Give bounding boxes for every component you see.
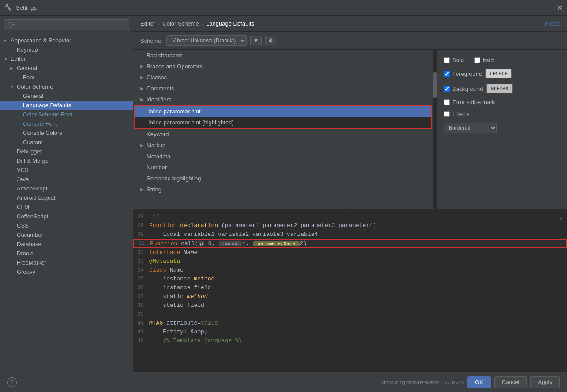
sidebar-item-css[interactable]: CSS xyxy=(0,221,133,230)
sidebar-item-label: Language Defaults xyxy=(23,102,71,108)
error-stripe-checkbox[interactable] xyxy=(444,99,450,105)
sidebar-item-keymap[interactable]: Keymap xyxy=(0,45,133,54)
apply-button[interactable]: Apply xyxy=(530,376,560,388)
background-checkbox-label[interactable]: Background xyxy=(444,86,483,92)
content-area: Editor › Color Scheme › Language Default… xyxy=(133,16,567,372)
sidebar-item-groovy[interactable]: Groovy xyxy=(0,267,133,276)
color-item-comments[interactable]: ▶ Comments xyxy=(133,83,433,94)
sidebar-item-label: Diff & Merge xyxy=(17,157,49,164)
code-line: 35 instance method xyxy=(133,275,567,284)
foreground-checkbox-label[interactable]: Foreground xyxy=(444,71,482,77)
expand-arrow: ▶ xyxy=(4,38,10,43)
foreground-color-box[interactable]: CECECE xyxy=(485,69,512,78)
ok-button[interactable]: OK xyxy=(467,376,491,388)
sidebar-item-console-colors[interactable]: Console Colors xyxy=(0,128,133,138)
sidebar-item-label: Database xyxy=(17,241,41,247)
line-number: 37 xyxy=(133,294,147,300)
sidebar-item-general[interactable]: ▶ General xyxy=(0,63,133,73)
italic-checkbox[interactable] xyxy=(474,57,480,63)
bold-checkbox[interactable] xyxy=(444,57,450,63)
color-item-metadata[interactable]: Metadata xyxy=(133,151,433,162)
sidebar-item-editor[interactable]: ▼ Editor xyxy=(0,54,133,63)
sidebar-item-diff-merge[interactable]: Diff & Merge xyxy=(0,156,133,165)
effects-checkbox-label[interactable]: Effects xyxy=(444,111,470,117)
breadcrumb-editor[interactable]: Editor xyxy=(140,20,155,27)
sidebar-item-color-scheme-font[interactable]: Color Scheme Font xyxy=(0,110,133,119)
sidebar-item-cucumber[interactable]: Cucumber xyxy=(0,230,133,239)
sidebar-item-vcs[interactable]: VCS xyxy=(0,165,133,175)
expand-icon: ▶ xyxy=(140,64,146,69)
close-button[interactable]: ✕ xyxy=(557,4,563,12)
sidebar-item-label: ActionScript xyxy=(17,185,47,192)
cancel-button[interactable]: Cancel xyxy=(494,376,527,388)
effects-checkbox[interactable] xyxy=(444,111,450,117)
scheme-select[interactable]: Vibrant Unknown (Dracula) Default Darcul… xyxy=(166,35,247,46)
color-item-identifiers[interactable]: ▶ Identifiers xyxy=(133,94,433,105)
color-item-classes[interactable]: ▶ Classes xyxy=(133,72,433,83)
footer-link[interactable]: https://blog.csdn.net/weixin_42089228 xyxy=(381,380,464,385)
color-item-bad-char[interactable]: Bad character xyxy=(133,50,433,61)
color-item-inline-hint-hi[interactable]: Inline parameter hint (highlighted) xyxy=(135,117,431,128)
color-item-label: Markup xyxy=(146,142,165,149)
color-item-label: Inline parameter hint xyxy=(148,108,201,115)
color-item-inline-hint[interactable]: Inline parameter hint xyxy=(135,106,431,117)
foreground-checkbox[interactable] xyxy=(444,71,450,77)
sidebar-item-drools[interactable]: Drools xyxy=(0,249,133,258)
sidebar-item-console-font[interactable]: Console Font xyxy=(0,119,133,128)
sidebar-item-appearance[interactable]: ▶ Appearance & Behavior xyxy=(0,36,133,45)
error-stripe-row: Error stripe mark xyxy=(444,99,560,105)
color-item-label: Number xyxy=(146,164,167,171)
sidebar-item-font[interactable]: Font xyxy=(0,73,133,82)
error-stripe-checkbox-label[interactable]: Error stripe mark xyxy=(444,99,495,105)
background-checkbox[interactable] xyxy=(444,86,450,92)
bold-checkbox-label[interactable]: Bold xyxy=(444,57,464,63)
sidebar-item-label: Cucumber xyxy=(17,231,43,238)
expand-icon: ▶ xyxy=(140,97,146,102)
color-item-braces[interactable]: ▶ Braces and Operators xyxy=(133,61,433,72)
sidebar-item-debugger[interactable]: Debugger xyxy=(0,147,133,156)
sidebar-item-database[interactable]: Database xyxy=(0,239,133,249)
sidebar-item-coffeescript[interactable]: CoffeeScript xyxy=(0,212,133,221)
italic-checkbox-label[interactable]: Italic xyxy=(474,57,495,63)
code-line: 37 static method xyxy=(133,292,567,301)
sidebar-item-language-defaults[interactable]: Language Defaults xyxy=(0,101,133,110)
line-content: {% Template language %} xyxy=(147,337,242,344)
sidebar-item-android-logcat[interactable]: Android Logcat xyxy=(0,193,133,202)
bold-italic-row: Bold Italic xyxy=(444,57,560,63)
help-button[interactable]: ? xyxy=(7,377,17,387)
sidebar-item-freemarker[interactable]: FreeMarker xyxy=(0,258,133,267)
sidebar-item-actionscript[interactable]: ActionScript xyxy=(0,184,133,193)
search-input[interactable] xyxy=(4,19,129,30)
line-content: static field xyxy=(147,302,204,309)
color-item-number[interactable]: Number xyxy=(133,162,433,173)
background-color-box[interactable]: BDBDBD xyxy=(486,84,513,93)
sidebar-item-cfml[interactable]: CFML xyxy=(0,202,133,212)
sidebar-item-java[interactable]: Java xyxy=(0,175,133,184)
line-number: 40 xyxy=(133,320,147,326)
reset-button[interactable]: Reset xyxy=(545,20,560,27)
effects-dropdown[interactable]: Bordered Underline Bold underline Strike… xyxy=(444,123,497,133)
scheme-settings-button[interactable]: ⚙ xyxy=(265,36,276,45)
line-number: 29 xyxy=(133,223,147,229)
color-item-string[interactable]: ▶ String xyxy=(133,184,433,195)
line-content: instance field xyxy=(147,284,211,291)
color-item-semantic[interactable]: Semantic highlighting xyxy=(133,173,433,184)
breadcrumb-color-scheme[interactable]: Color Scheme xyxy=(162,20,199,27)
line-content: Function call(p 0, param 1, parameterNam… xyxy=(148,240,307,247)
sidebar-item-custom[interactable]: Custom xyxy=(0,138,133,147)
sidebar-item-label: Debugger xyxy=(17,148,42,155)
scheme-dropdown-button[interactable]: ▼ xyxy=(250,36,262,45)
line-number: 39 xyxy=(133,311,147,317)
code-line: 41 Entity: &amp; xyxy=(133,328,567,336)
line-number: 41 xyxy=(133,329,147,335)
bold-label: Bold xyxy=(452,57,464,63)
sidebar-item-cs-general[interactable]: General xyxy=(0,91,133,101)
color-item-keyword[interactable]: Keyword xyxy=(133,129,433,140)
line-number: 32 xyxy=(133,250,147,256)
color-list-scrollbar[interactable] xyxy=(433,50,437,209)
scrollbar-thumb[interactable] xyxy=(433,72,437,98)
foreground-label: Foreground xyxy=(452,71,482,77)
line-content: Local variable1 variable2 variable3 vari… xyxy=(147,231,318,238)
color-item-markup[interactable]: ▶ Markup xyxy=(133,140,433,151)
sidebar-item-color-scheme[interactable]: ▼ Color Scheme xyxy=(0,82,133,91)
